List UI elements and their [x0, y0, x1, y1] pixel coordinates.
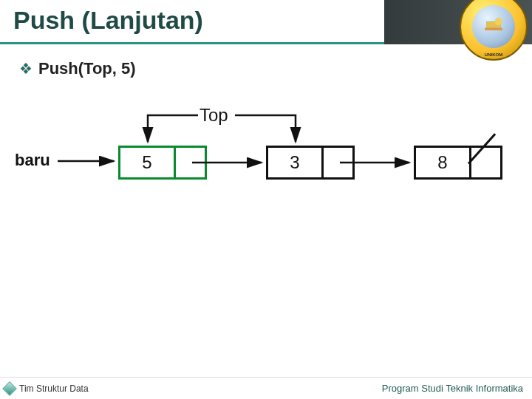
logo-inner-icon [472, 5, 515, 48]
top-pointer-label: Top [200, 105, 228, 126]
bullet-text: Push(Top, 5) [38, 59, 136, 78]
node-1: 3 [266, 146, 355, 180]
footer-diamond-icon [2, 381, 17, 396]
stack-diagram: Top baru 5 3 8 [0, 105, 532, 231]
svg-point-2 [495, 18, 502, 25]
title-bar: Push (Lanjutan) UNIVERSITAS KOMPUTER UNI… [0, 0, 532, 44]
logo-ring-bottom: UNIKOM [461, 52, 526, 57]
diamond-bullet-icon: ❖ [19, 60, 33, 78]
footer: Tim Struktur Data Program Studi Teknik I… [0, 377, 532, 399]
svg-rect-0 [485, 28, 502, 30]
baru-pointer-label: baru [15, 151, 50, 170]
node-pointer-cell [176, 146, 207, 180]
slide-title: Push (Lanjutan) [13, 6, 203, 35]
node-value: 3 [266, 146, 324, 180]
null-pointer-icon [471, 148, 500, 177]
footer-left: Tim Struktur Data [4, 383, 89, 394]
footer-author: Tim Struktur Data [19, 383, 89, 394]
university-logo: UNIVERSITAS KOMPUTER UNIKOM [460, 0, 528, 61]
node-pointer-cell [324, 146, 355, 180]
bullet-row: ❖ Push(Top, 5) [19, 59, 136, 78]
logo-ring-top: UNIVERSITAS KOMPUTER [461, 0, 526, 1]
node-2: 8 [414, 146, 502, 180]
footer-program: Program Studi Teknik Informatika [382, 383, 523, 394]
node-new: 5 [118, 146, 207, 180]
node-value: 8 [414, 146, 471, 180]
node-pointer-cell [471, 146, 502, 180]
node-value: 5 [118, 146, 176, 180]
